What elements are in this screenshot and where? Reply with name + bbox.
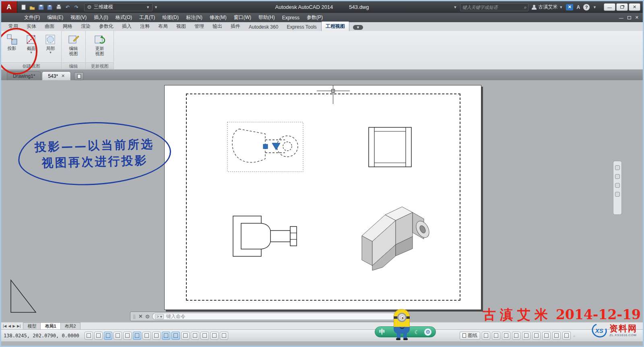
- ribbon-tab-output[interactable]: 输出: [208, 22, 226, 31]
- plot-icon[interactable]: [55, 4, 62, 11]
- undo-icon[interactable]: ↶: [64, 4, 71, 11]
- ribbon-tab-annotate[interactable]: 注释: [136, 22, 154, 31]
- full-navigation-wheel-icon[interactable]: [615, 165, 620, 170]
- ribbon-tab-parametric[interactable]: 参数化: [95, 22, 118, 31]
- ribbon-tab-surface[interactable]: 曲面: [41, 22, 58, 31]
- command-line-bar[interactable]: ⣿ ✕ ⚙ > ▾ 键入命令: [130, 312, 399, 321]
- menu-draw[interactable]: 绘图(D): [159, 13, 182, 22]
- next-tab-icon[interactable]: ▶: [12, 324, 15, 328]
- coordinates-readout[interactable]: 138.0245, 202.0790, 0.0000: [4, 333, 79, 339]
- ortho-mode-toggle[interactable]: [114, 332, 122, 340]
- zoom-icon[interactable]: [615, 183, 620, 188]
- menu-modify[interactable]: 修改(M): [206, 13, 230, 22]
- object-snap-toggle[interactable]: [133, 332, 141, 340]
- search-input[interactable]: [462, 5, 524, 10]
- menu-insert[interactable]: 插入(I): [90, 13, 111, 22]
- dynamic-input-toggle[interactable]: [171, 332, 180, 340]
- tab-layout2[interactable]: 布局2: [60, 322, 80, 330]
- ime-settings-gear-icon[interactable]: ⚙: [424, 328, 431, 336]
- new-file-icon[interactable]: [20, 4, 27, 11]
- ribbon-tab-autodesk360[interactable]: Autodesk 360: [245, 23, 282, 31]
- menu-edit[interactable]: 编辑(E): [43, 13, 67, 22]
- autocad-app-menu-button[interactable]: A: [1, 1, 17, 13]
- customize-icon[interactable]: ⚙: [145, 314, 150, 320]
- polar-tracking-toggle[interactable]: [123, 332, 132, 340]
- status-bar-menu-icon[interactable]: ▲: [572, 334, 576, 338]
- snap-mode-toggle[interactable]: [94, 332, 103, 340]
- paper-model-toggle[interactable]: 图纸: [460, 332, 480, 340]
- clean-screen-icon[interactable]: [562, 332, 571, 340]
- exchange-apps-icon[interactable]: ✕: [566, 4, 573, 10]
- tab-layout1[interactable]: 布局1: [40, 322, 60, 330]
- ribbon-tab-home[interactable]: 常用: [4, 22, 22, 31]
- new-drawing-tab-button[interactable]: [74, 72, 84, 80]
- redo-icon[interactable]: ↷: [73, 4, 80, 11]
- quick-view-layouts-icon[interactable]: [482, 332, 490, 340]
- ribbon-tab-express-tools[interactable]: Express Tools: [283, 23, 320, 31]
- update-view-button[interactable]: 更新 视图: [91, 33, 109, 57]
- ribbon-tab-plugins[interactable]: 插件: [227, 22, 244, 31]
- menu-dimension[interactable]: 标注(N): [182, 13, 206, 22]
- minimize-button[interactable]: —: [604, 3, 615, 11]
- ime-language-indicator[interactable]: 中: [379, 328, 385, 336]
- qat-customize-icon[interactable]: ▼: [154, 5, 158, 9]
- transparency-toggle[interactable]: [191, 332, 199, 340]
- quick-view-drawings-icon[interactable]: [492, 332, 500, 340]
- 3d-object-snap-toggle[interactable]: [142, 332, 151, 340]
- close-button[interactable]: ✕: [629, 3, 640, 11]
- pan-icon[interactable]: [615, 174, 620, 179]
- doc-restore-icon[interactable]: [627, 16, 631, 19]
- file-tab-543[interactable]: 543* ✕: [42, 71, 71, 80]
- open-file-icon[interactable]: [29, 4, 36, 11]
- autodesk-360-icon[interactable]: A: [576, 4, 580, 10]
- drawing-canvas[interactable]: 投影——以当前所选 视图再次进行投影 古滇艾米2014-12-19: [1, 80, 643, 322]
- panel-label-edit[interactable]: 编辑: [62, 62, 85, 69]
- panel-label-create-view[interactable]: 创建视图: [1, 62, 61, 69]
- drag-handle-icon[interactable]: ⣿: [133, 314, 136, 319]
- workspace-switch-icon[interactable]: [532, 332, 541, 340]
- dynamic-ucs-toggle[interactable]: [162, 332, 170, 340]
- menu-help[interactable]: 帮助(H): [255, 13, 279, 22]
- side-view-drawing[interactable]: [368, 127, 412, 168]
- search-icon[interactable]: ⌕: [524, 4, 527, 10]
- save-as-icon[interactable]: [46, 4, 54, 11]
- menu-express[interactable]: Express: [279, 13, 303, 22]
- front-view-drawing[interactable]: [230, 214, 302, 259]
- workspace-dropdown[interactable]: ⚙ 三维建模 ▼: [84, 3, 153, 11]
- projection-button[interactable]: 投影: [3, 33, 21, 52]
- restore-button[interactable]: [616, 3, 628, 11]
- isometric-view-drawing[interactable]: [357, 204, 436, 273]
- lineweight-toggle[interactable]: [181, 332, 190, 340]
- ribbon-tab-view[interactable]: 视图: [172, 22, 190, 31]
- command-input[interactable]: > ▾ 键入命令: [152, 313, 396, 320]
- sign-in-control[interactable]: 古滇艾米 ▼: [532, 4, 563, 10]
- recent-commands-icon[interactable]: > ▾: [155, 314, 164, 319]
- selection-cycling-toggle[interactable]: [210, 332, 219, 340]
- menu-parametric[interactable]: 参数(P): [303, 13, 326, 22]
- lock-ui-icon[interactable]: [542, 332, 551, 340]
- save-icon[interactable]: [37, 4, 45, 11]
- ribbon-tab-manage[interactable]: 管理: [190, 22, 208, 31]
- ribbon-tab-mesh[interactable]: 网格: [59, 22, 76, 31]
- grid-display-toggle[interactable]: [104, 332, 112, 340]
- menu-tools[interactable]: 工具(T): [136, 13, 159, 22]
- ribbon-tab-layout[interactable]: 布局: [154, 22, 172, 31]
- first-tab-icon[interactable]: |◀: [3, 324, 6, 328]
- menu-window[interactable]: 窗口(W): [230, 13, 255, 22]
- ribbon-tab-engineering-views[interactable]: 工程视图: [321, 21, 349, 31]
- ribbon-minimize-icon[interactable]: ▼: [353, 25, 363, 30]
- last-tab-icon[interactable]: ▶|: [17, 324, 21, 328]
- menu-format[interactable]: 格式(O): [112, 13, 136, 22]
- doc-minimize-icon[interactable]: —: [619, 15, 623, 20]
- object-snap-tracking-toggle[interactable]: [152, 332, 161, 340]
- close-command-line-icon[interactable]: ✕: [138, 314, 142, 319]
- search-options-icon[interactable]: ▼: [454, 5, 457, 9]
- panel-label-update-view[interactable]: 更新视图: [86, 62, 114, 69]
- quick-properties-toggle[interactable]: [200, 332, 209, 340]
- edit-view-button[interactable]: 编辑 视图: [64, 33, 83, 57]
- annotation-scale-icon[interactable]: [502, 332, 510, 340]
- selected-projected-view-drawing[interactable]: [227, 122, 303, 172]
- orbit-icon[interactable]: [615, 192, 620, 197]
- infer-constraints-toggle[interactable]: [85, 332, 93, 340]
- prev-tab-icon[interactable]: ◀: [8, 324, 11, 328]
